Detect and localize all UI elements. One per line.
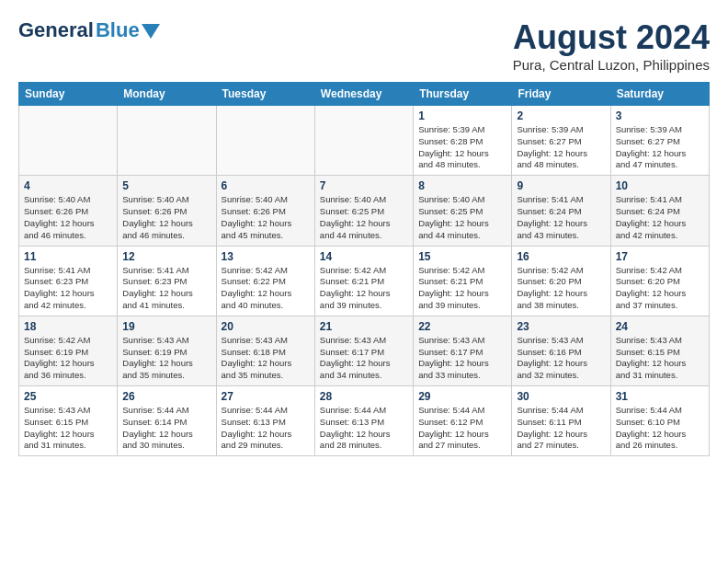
day-number: 24 [616,320,704,333]
calendar-cell: 4Sunrise: 5:40 AM Sunset: 6:26 PM Daylig… [19,176,118,246]
logo-arrow-icon [142,22,160,40]
day-info: Sunrise: 5:41 AM Sunset: 6:24 PM Dayligh… [517,194,605,241]
day-number: 27 [222,390,310,403]
day-number: 16 [517,250,605,263]
logo-blue: Blue [96,18,140,42]
calendar-header-friday: Friday [512,83,610,106]
calendar-cell [314,106,413,176]
calendar-cell: 2Sunrise: 5:39 AM Sunset: 6:27 PM Daylig… [512,106,610,176]
calendar-cell: 15Sunrise: 5:42 AM Sunset: 6:21 PM Dayli… [414,246,512,316]
day-info: Sunrise: 5:42 AM Sunset: 6:19 PM Dayligh… [24,335,112,382]
logo-general: General [18,18,94,42]
day-info: Sunrise: 5:41 AM Sunset: 6:23 PM Dayligh… [122,265,210,312]
day-number: 7 [320,179,408,192]
calendar-week-row: 11Sunrise: 5:41 AM Sunset: 6:23 PM Dayli… [19,246,710,316]
day-info: Sunrise: 5:43 AM Sunset: 6:16 PM Dayligh… [517,335,605,382]
calendar-cell: 8Sunrise: 5:40 AM Sunset: 6:25 PM Daylig… [414,176,512,246]
calendar-cell: 7Sunrise: 5:40 AM Sunset: 6:25 PM Daylig… [314,176,413,246]
day-info: Sunrise: 5:42 AM Sunset: 6:21 PM Dayligh… [320,265,408,312]
day-info: Sunrise: 5:40 AM Sunset: 6:25 PM Dayligh… [320,194,408,241]
calendar-cell: 31Sunrise: 5:44 AM Sunset: 6:10 PM Dayli… [610,386,709,456]
day-info: Sunrise: 5:42 AM Sunset: 6:20 PM Dayligh… [517,265,605,312]
day-number: 14 [320,250,408,263]
day-number: 29 [418,390,506,403]
calendar-cell: 6Sunrise: 5:40 AM Sunset: 6:26 PM Daylig… [216,176,314,246]
day-number: 13 [222,250,310,263]
calendar-cell: 25Sunrise: 5:43 AM Sunset: 6:15 PM Dayli… [19,386,118,456]
calendar-cell: 14Sunrise: 5:42 AM Sunset: 6:21 PM Dayli… [314,246,413,316]
logo: General Blue [18,18,160,42]
day-number: 23 [517,320,605,333]
calendar-cell: 26Sunrise: 5:44 AM Sunset: 6:14 PM Dayli… [118,386,216,456]
day-number: 11 [24,250,112,263]
day-number: 26 [122,390,210,403]
day-info: Sunrise: 5:43 AM Sunset: 6:19 PM Dayligh… [122,335,210,382]
day-info: Sunrise: 5:43 AM Sunset: 6:15 PM Dayligh… [616,335,704,382]
calendar-cell: 11Sunrise: 5:41 AM Sunset: 6:23 PM Dayli… [19,246,118,316]
calendar-table: SundayMondayTuesdayWednesdayThursdayFrid… [18,82,710,456]
day-number: 21 [320,320,408,333]
day-number: 10 [616,179,704,192]
day-number: 8 [418,179,506,192]
day-number: 12 [122,250,210,263]
calendar-cell [216,106,314,176]
day-number: 25 [24,390,112,403]
day-number: 9 [517,179,605,192]
calendar-cell: 9Sunrise: 5:41 AM Sunset: 6:24 PM Daylig… [512,176,610,246]
calendar-header-saturday: Saturday [610,83,709,106]
day-info: Sunrise: 5:39 AM Sunset: 6:28 PM Dayligh… [418,124,506,171]
day-info: Sunrise: 5:42 AM Sunset: 6:21 PM Dayligh… [418,265,506,312]
calendar-cell [118,106,216,176]
day-number: 31 [616,390,704,403]
calendar-cell: 3Sunrise: 5:39 AM Sunset: 6:27 PM Daylig… [610,106,709,176]
calendar-cell: 24Sunrise: 5:43 AM Sunset: 6:15 PM Dayli… [610,316,709,385]
day-number: 17 [616,250,704,263]
calendar-cell: 19Sunrise: 5:43 AM Sunset: 6:19 PM Dayli… [118,316,216,385]
day-info: Sunrise: 5:42 AM Sunset: 6:22 PM Dayligh… [222,265,310,312]
day-info: Sunrise: 5:39 AM Sunset: 6:27 PM Dayligh… [517,124,605,171]
calendar-cell: 13Sunrise: 5:42 AM Sunset: 6:22 PM Dayli… [216,246,314,316]
day-info: Sunrise: 5:40 AM Sunset: 6:26 PM Dayligh… [24,194,112,241]
calendar-cell: 12Sunrise: 5:41 AM Sunset: 6:23 PM Dayli… [118,246,216,316]
day-number: 1 [418,109,506,122]
day-number: 28 [320,390,408,403]
calendar-cell: 21Sunrise: 5:43 AM Sunset: 6:17 PM Dayli… [314,316,413,385]
calendar-cell: 27Sunrise: 5:44 AM Sunset: 6:13 PM Dayli… [216,386,314,456]
calendar-cell [19,106,118,176]
day-number: 30 [517,390,605,403]
logo-icon: General Blue [18,18,160,42]
calendar-cell: 18Sunrise: 5:42 AM Sunset: 6:19 PM Dayli… [19,316,118,385]
calendar-week-row: 25Sunrise: 5:43 AM Sunset: 6:15 PM Dayli… [19,386,710,456]
day-info: Sunrise: 5:44 AM Sunset: 6:13 PM Dayligh… [222,405,310,452]
day-info: Sunrise: 5:41 AM Sunset: 6:24 PM Dayligh… [616,194,704,241]
title-block: August 2024 Pura, Central Luzon, Philipp… [513,18,710,73]
day-info: Sunrise: 5:43 AM Sunset: 6:15 PM Dayligh… [24,405,112,452]
day-number: 19 [122,320,210,333]
day-number: 3 [616,109,704,122]
day-info: Sunrise: 5:44 AM Sunset: 6:11 PM Dayligh… [517,405,605,452]
day-info: Sunrise: 5:41 AM Sunset: 6:23 PM Dayligh… [24,265,112,312]
calendar-cell: 20Sunrise: 5:43 AM Sunset: 6:18 PM Dayli… [216,316,314,385]
calendar-header-tuesday: Tuesday [216,83,314,106]
day-number: 18 [24,320,112,333]
calendar-header-sunday: Sunday [19,83,118,106]
day-info: Sunrise: 5:40 AM Sunset: 6:25 PM Dayligh… [418,194,506,241]
calendar-cell: 28Sunrise: 5:44 AM Sunset: 6:13 PM Dayli… [314,386,413,456]
day-info: Sunrise: 5:44 AM Sunset: 6:13 PM Dayligh… [320,405,408,452]
calendar-cell: 5Sunrise: 5:40 AM Sunset: 6:26 PM Daylig… [118,176,216,246]
day-info: Sunrise: 5:44 AM Sunset: 6:10 PM Dayligh… [616,405,704,452]
day-number: 6 [222,179,310,192]
calendar-cell: 1Sunrise: 5:39 AM Sunset: 6:28 PM Daylig… [414,106,512,176]
day-info: Sunrise: 5:43 AM Sunset: 6:18 PM Dayligh… [222,335,310,382]
day-number: 2 [517,109,605,122]
month-year-title: August 2024 [513,18,710,57]
day-info: Sunrise: 5:44 AM Sunset: 6:14 PM Dayligh… [122,405,210,452]
calendar-header-row: SundayMondayTuesdayWednesdayThursdayFrid… [19,83,710,106]
day-info: Sunrise: 5:43 AM Sunset: 6:17 PM Dayligh… [320,335,408,382]
calendar-cell: 16Sunrise: 5:42 AM Sunset: 6:20 PM Dayli… [512,246,610,316]
calendar-header-wednesday: Wednesday [314,83,413,106]
page-header: General Blue August 2024 Pura, Central L… [18,18,710,73]
day-info: Sunrise: 5:42 AM Sunset: 6:20 PM Dayligh… [616,265,704,312]
day-info: Sunrise: 5:40 AM Sunset: 6:26 PM Dayligh… [222,194,310,241]
day-info: Sunrise: 5:40 AM Sunset: 6:26 PM Dayligh… [122,194,210,241]
